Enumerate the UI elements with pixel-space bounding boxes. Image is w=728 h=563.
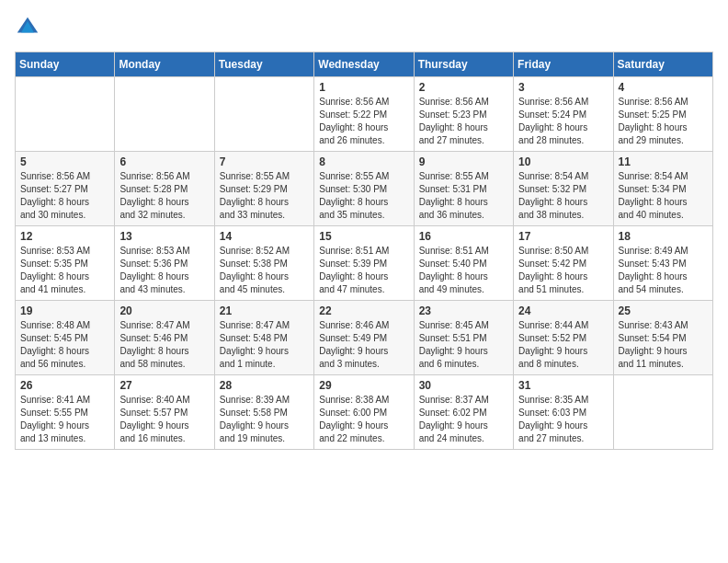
day-cell — [115, 77, 214, 152]
day-cell: 12Sunrise: 8:53 AM Sunset: 5:35 PM Dayli… — [16, 226, 115, 301]
day-info: Sunrise: 8:39 AM Sunset: 5:58 PM Dayligh… — [220, 394, 309, 445]
day-number: 29 — [319, 379, 408, 392]
day-info: Sunrise: 8:54 AM Sunset: 5:34 PM Dayligh… — [619, 170, 708, 222]
day-number: 5 — [20, 155, 109, 168]
day-cell: 26Sunrise: 8:41 AM Sunset: 5:55 PM Dayli… — [16, 375, 115, 450]
day-info: Sunrise: 8:56 AM Sunset: 5:24 PM Dayligh… — [518, 96, 608, 147]
day-number: 8 — [319, 155, 408, 168]
day-number: 9 — [419, 155, 508, 168]
day-cell: 18Sunrise: 8:49 AM Sunset: 5:43 PM Dayli… — [613, 226, 712, 301]
day-info: Sunrise: 8:43 AM Sunset: 5:54 PM Dayligh… — [619, 319, 708, 371]
day-cell: 3Sunrise: 8:56 AM Sunset: 5:24 PM Daylig… — [514, 77, 613, 152]
logo-icon — [15, 15, 40, 40]
day-cell: 21Sunrise: 8:47 AM Sunset: 5:48 PM Dayli… — [214, 301, 313, 375]
day-info: Sunrise: 8:54 AM Sunset: 5:32 PM Dayligh… — [518, 170, 608, 222]
day-number: 15 — [319, 230, 408, 243]
day-cell: 27Sunrise: 8:40 AM Sunset: 5:57 PM Dayli… — [115, 375, 214, 450]
day-cell: 11Sunrise: 8:54 AM Sunset: 5:34 PM Dayli… — [613, 152, 712, 226]
day-cell — [214, 77, 313, 152]
day-number: 22 — [319, 304, 408, 317]
day-cell: 24Sunrise: 8:44 AM Sunset: 5:52 PM Dayli… — [514, 301, 613, 375]
day-info: Sunrise: 8:53 AM Sunset: 5:36 PM Dayligh… — [119, 245, 209, 296]
day-cell: 17Sunrise: 8:50 AM Sunset: 5:42 PM Dayli… — [514, 226, 613, 301]
day-cell: 4Sunrise: 8:56 AM Sunset: 5:25 PM Daylig… — [613, 77, 712, 152]
weekday-thursday: Thursday — [414, 52, 513, 77]
day-cell: 16Sunrise: 8:51 AM Sunset: 5:40 PM Dayli… — [414, 226, 513, 301]
day-info: Sunrise: 8:51 AM Sunset: 5:39 PM Dayligh… — [319, 245, 408, 296]
week-row-4: 19Sunrise: 8:48 AM Sunset: 5:45 PM Dayli… — [16, 301, 713, 375]
day-number: 21 — [220, 304, 309, 317]
calendar-table: SundayMondayTuesdayWednesdayThursdayFrid… — [15, 52, 713, 450]
day-info: Sunrise: 8:45 AM Sunset: 5:51 PM Dayligh… — [419, 319, 508, 371]
day-info: Sunrise: 8:47 AM Sunset: 5:46 PM Dayligh… — [119, 319, 209, 371]
day-number: 30 — [419, 379, 508, 392]
day-number: 13 — [119, 230, 209, 243]
day-number: 23 — [419, 304, 508, 317]
day-cell: 15Sunrise: 8:51 AM Sunset: 5:39 PM Dayli… — [314, 226, 414, 301]
day-number: 31 — [518, 379, 608, 392]
day-number: 25 — [619, 304, 708, 317]
day-number: 28 — [220, 379, 309, 392]
day-cell: 1Sunrise: 8:56 AM Sunset: 5:22 PM Daylig… — [314, 77, 414, 152]
day-info: Sunrise: 8:38 AM Sunset: 6:00 PM Dayligh… — [319, 394, 408, 445]
weekday-wednesday: Wednesday — [314, 52, 414, 77]
day-number: 16 — [419, 230, 508, 243]
day-number: 27 — [119, 379, 209, 392]
week-row-5: 26Sunrise: 8:41 AM Sunset: 5:55 PM Dayli… — [16, 375, 713, 450]
day-cell: 22Sunrise: 8:46 AM Sunset: 5:49 PM Dayli… — [314, 301, 414, 375]
day-cell: 10Sunrise: 8:54 AM Sunset: 5:32 PM Dayli… — [514, 152, 613, 226]
logo — [15, 15, 44, 40]
page-header — [15, 15, 713, 40]
day-cell: 5Sunrise: 8:56 AM Sunset: 5:27 PM Daylig… — [16, 152, 115, 226]
day-number: 18 — [619, 230, 708, 243]
day-cell: 7Sunrise: 8:55 AM Sunset: 5:29 PM Daylig… — [214, 152, 313, 226]
day-cell: 9Sunrise: 8:55 AM Sunset: 5:31 PM Daylig… — [414, 152, 513, 226]
day-number: 1 — [319, 81, 408, 94]
weekday-sunday: Sunday — [16, 52, 115, 77]
day-info: Sunrise: 8:49 AM Sunset: 5:43 PM Dayligh… — [619, 245, 708, 296]
day-cell: 8Sunrise: 8:55 AM Sunset: 5:30 PM Daylig… — [314, 152, 414, 226]
day-info: Sunrise: 8:37 AM Sunset: 6:02 PM Dayligh… — [419, 394, 508, 445]
day-number: 20 — [119, 304, 209, 317]
day-number: 2 — [419, 81, 508, 94]
day-cell: 20Sunrise: 8:47 AM Sunset: 5:46 PM Dayli… — [115, 301, 214, 375]
day-number: 24 — [518, 304, 608, 317]
day-info: Sunrise: 8:48 AM Sunset: 5:45 PM Dayligh… — [20, 319, 109, 371]
day-number: 17 — [518, 230, 608, 243]
week-row-3: 12Sunrise: 8:53 AM Sunset: 5:35 PM Dayli… — [16, 226, 713, 301]
week-row-2: 5Sunrise: 8:56 AM Sunset: 5:27 PM Daylig… — [16, 152, 713, 226]
day-cell — [16, 77, 115, 152]
day-cell — [613, 375, 712, 450]
day-number: 12 — [20, 230, 109, 243]
day-cell: 28Sunrise: 8:39 AM Sunset: 5:58 PM Dayli… — [214, 375, 313, 450]
day-number: 11 — [619, 155, 708, 168]
day-info: Sunrise: 8:35 AM Sunset: 6:03 PM Dayligh… — [518, 394, 608, 445]
day-number: 19 — [20, 304, 109, 317]
day-cell: 29Sunrise: 8:38 AM Sunset: 6:00 PM Dayli… — [314, 375, 414, 450]
day-number: 26 — [20, 379, 109, 392]
day-number: 7 — [220, 155, 309, 168]
day-number: 10 — [518, 155, 608, 168]
weekday-tuesday: Tuesday — [214, 52, 313, 77]
day-info: Sunrise: 8:56 AM Sunset: 5:23 PM Dayligh… — [419, 96, 508, 147]
day-cell: 2Sunrise: 8:56 AM Sunset: 5:23 PM Daylig… — [414, 77, 513, 152]
day-info: Sunrise: 8:56 AM Sunset: 5:25 PM Dayligh… — [619, 96, 708, 147]
weekday-saturday: Saturday — [613, 52, 712, 77]
day-info: Sunrise: 8:44 AM Sunset: 5:52 PM Dayligh… — [518, 319, 608, 371]
day-number: 3 — [518, 81, 608, 94]
day-cell: 6Sunrise: 8:56 AM Sunset: 5:28 PM Daylig… — [115, 152, 214, 226]
day-info: Sunrise: 8:56 AM Sunset: 5:28 PM Dayligh… — [119, 170, 209, 222]
weekday-header-row: SundayMondayTuesdayWednesdayThursdayFrid… — [16, 52, 713, 77]
day-info: Sunrise: 8:55 AM Sunset: 5:29 PM Dayligh… — [220, 170, 309, 222]
day-info: Sunrise: 8:55 AM Sunset: 5:30 PM Dayligh… — [319, 170, 408, 222]
day-cell: 23Sunrise: 8:45 AM Sunset: 5:51 PM Dayli… — [414, 301, 513, 375]
day-cell: 14Sunrise: 8:52 AM Sunset: 5:38 PM Dayli… — [214, 226, 313, 301]
calendar-body: 1Sunrise: 8:56 AM Sunset: 5:22 PM Daylig… — [16, 77, 713, 450]
day-cell: 25Sunrise: 8:43 AM Sunset: 5:54 PM Dayli… — [613, 301, 712, 375]
day-number: 4 — [619, 81, 708, 94]
day-info: Sunrise: 8:56 AM Sunset: 5:22 PM Dayligh… — [319, 96, 408, 147]
weekday-monday: Monday — [115, 52, 214, 77]
day-cell: 19Sunrise: 8:48 AM Sunset: 5:45 PM Dayli… — [16, 301, 115, 375]
day-info: Sunrise: 8:50 AM Sunset: 5:42 PM Dayligh… — [518, 245, 608, 296]
weekday-friday: Friday — [514, 52, 613, 77]
